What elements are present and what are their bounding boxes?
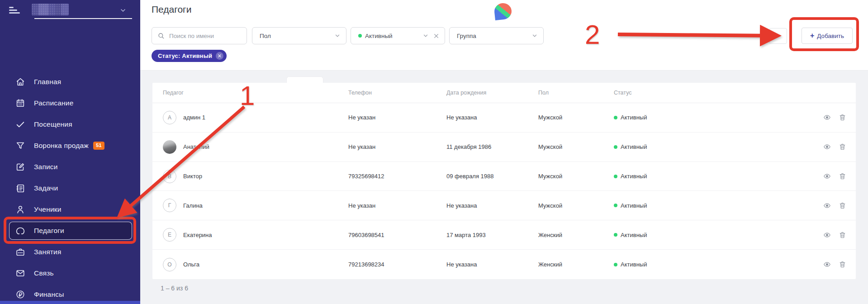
sidebar-item-label: Связь xyxy=(34,269,54,277)
column-header-phone: Телефон xyxy=(348,90,446,96)
chip-label: Статус: Активный xyxy=(158,52,212,59)
funnel-icon xyxy=(15,141,25,151)
sidebar: ГлавнаяРасписаниеПосещенияВоронка продаж… xyxy=(0,0,140,304)
birthdate-cell: Не указана xyxy=(446,202,538,209)
phone-cell: Не указан xyxy=(348,143,446,150)
birthdate-cell: 11 декабря 1986 xyxy=(446,143,538,150)
sidebar-item-label: Педагоги xyxy=(34,227,64,235)
active-tab[interactable] xyxy=(286,76,323,83)
sidebar-bottom-strip xyxy=(0,301,140,304)
phone-cell: 79325698412 xyxy=(348,173,446,180)
sidebar-item-records[interactable]: Записи xyxy=(9,158,132,176)
workspace-logo-redacted xyxy=(32,4,69,15)
phone-cell: Не указан xyxy=(348,114,446,121)
student-icon xyxy=(15,204,25,214)
view-icon[interactable] xyxy=(823,114,831,121)
sidebar-item-students[interactable]: Ученики xyxy=(9,200,132,218)
avatar xyxy=(163,140,176,154)
menu-toggle-icon[interactable] xyxy=(9,7,21,15)
delete-icon[interactable] xyxy=(839,114,846,121)
plus-icon: + xyxy=(810,32,814,39)
delete-icon[interactable] xyxy=(839,202,846,209)
secondary-action-button[interactable] xyxy=(769,28,787,44)
search-input[interactable] xyxy=(152,27,247,44)
briefcase-icon xyxy=(15,247,25,257)
column-header-teacher: Педагог xyxy=(163,90,348,96)
sidebar-item-home[interactable]: Главная xyxy=(9,73,132,91)
delete-icon[interactable] xyxy=(839,231,846,239)
status-label: Активный xyxy=(621,261,647,268)
sidebar-item-schedule[interactable]: Расписание xyxy=(9,94,132,112)
view-icon[interactable] xyxy=(823,143,831,151)
status-filter-chip[interactable]: Статус: Активный xyxy=(152,50,227,62)
check-icon xyxy=(15,119,25,129)
avatar: О xyxy=(163,258,176,271)
sidebar-item-label: Записи xyxy=(34,163,58,171)
view-icon[interactable] xyxy=(823,172,831,180)
group-filter-label: Группа xyxy=(457,33,531,39)
view-icon[interactable] xyxy=(823,202,831,209)
table-row[interactable]: Г Галина Не указан Не указана Мужской Ак… xyxy=(152,191,856,220)
workspace-chevron-down-icon[interactable] xyxy=(119,7,127,14)
pagination-label: 1 – 6 из 6 xyxy=(161,285,188,292)
sidebar-item-sales-funnel[interactable]: Воронка продаж51 xyxy=(9,137,132,155)
sidebar-item-attendance[interactable]: Посещения xyxy=(9,115,132,133)
group-filter-select[interactable]: Группа xyxy=(449,27,544,44)
teacher-name: Ольга xyxy=(183,261,199,268)
badge-count: 51 xyxy=(93,142,104,150)
gender-cell: Мужской xyxy=(538,114,614,121)
add-teacher-button[interactable]: + Добавить xyxy=(802,28,853,44)
table-row[interactable]: Анатолий Не указан 11 декабря 1986 Мужск… xyxy=(152,133,856,162)
gender-filter-select[interactable]: Пол xyxy=(252,27,346,44)
search-icon xyxy=(157,32,165,39)
status-dot-icon xyxy=(614,233,617,237)
gender-cell: Мужской xyxy=(538,202,614,209)
sidebar-item-label: Посещения xyxy=(34,120,72,128)
sidebar-item-label: Главная xyxy=(34,78,61,86)
status-label: Активный xyxy=(621,143,647,150)
teacher-name: Галина xyxy=(183,202,203,209)
teacher-name: админ 1 xyxy=(183,114,205,121)
sidebar-item-communication[interactable]: Связь xyxy=(9,264,132,282)
table-row[interactable]: А админ 1 Не указан Не указана Мужской А… xyxy=(152,103,856,133)
status-dot-icon xyxy=(614,145,617,149)
status-dot-icon xyxy=(358,34,362,38)
sidebar-item-label: Финансы xyxy=(34,290,64,299)
avatar: В xyxy=(163,170,176,183)
calendar-icon xyxy=(15,98,25,108)
status-dot-icon xyxy=(614,204,617,207)
home-icon xyxy=(15,77,25,87)
sidebar-item-label: Занятия xyxy=(34,248,62,256)
delete-icon[interactable] xyxy=(839,172,846,180)
teacher-name: Анатолий xyxy=(183,143,209,150)
view-icon[interactable] xyxy=(823,261,831,268)
status-label: Активный xyxy=(621,232,647,238)
status-label: Активный xyxy=(621,173,647,180)
phone-cell: 79603698541 xyxy=(348,232,446,238)
delete-icon[interactable] xyxy=(839,143,846,151)
sidebar-item-teachers[interactable]: Педагоги xyxy=(9,222,132,240)
status-filter-value: Активный xyxy=(365,33,393,39)
table-row[interactable]: О Ольга 79213698234 Не указана Женский А… xyxy=(152,250,856,279)
delete-icon[interactable] xyxy=(839,261,846,268)
birthdate-cell: 17 марта 1993 xyxy=(446,232,538,238)
status-label: Активный xyxy=(621,114,647,121)
teacher-name: Виктор xyxy=(183,173,202,180)
sidebar-nav: ГлавнаяРасписаниеПосещенияВоронка продаж… xyxy=(0,73,140,304)
gender-cell: Мужской xyxy=(538,173,614,180)
sidebar-item-tasks[interactable]: Задачи xyxy=(9,179,132,197)
table-row[interactable]: В Виктор 79325698412 09 февраля 1988 Муж… xyxy=(152,162,856,191)
chevron-down-icon xyxy=(334,33,341,39)
view-icon[interactable] xyxy=(823,231,831,239)
add-button-label: Добавить xyxy=(817,33,844,39)
avatar: А xyxy=(163,111,176,124)
chip-remove-icon[interactable] xyxy=(216,52,223,60)
table-row[interactable]: Е Екатерина 79603698541 17 марта 1993 Же… xyxy=(152,220,856,250)
status-filter-select[interactable]: Активный xyxy=(351,27,445,44)
search-field[interactable] xyxy=(168,32,253,40)
phone-cell: Не указан xyxy=(348,202,446,209)
column-header-gender: Пол xyxy=(538,90,614,96)
sidebar-item-label: Воронка продаж xyxy=(34,142,89,150)
sidebar-item-lessons[interactable]: Занятия xyxy=(9,243,132,261)
clear-filter-icon[interactable] xyxy=(433,33,439,39)
